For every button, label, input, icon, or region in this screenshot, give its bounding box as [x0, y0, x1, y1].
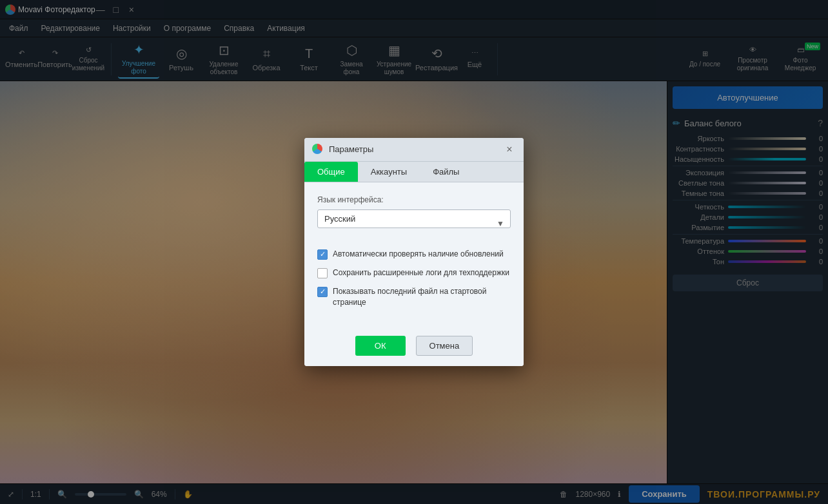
- checkbox-last-file-label: Показывать последний файл на стартовой с…: [333, 286, 511, 308]
- settings-dialog: Параметры × Общие Аккаунты Файлы Язык ин…: [304, 138, 524, 367]
- dialog-tabs: Общие Аккаунты Файлы: [304, 162, 524, 182]
- dialog-titlebar: Параметры ×: [304, 138, 524, 162]
- checkbox-updates[interactable]: [317, 249, 328, 260]
- checkbox-last-file-row: Показывать последний файл на стартовой с…: [317, 286, 511, 308]
- tab-general[interactable]: Общие: [304, 162, 358, 182]
- dialog-actions: ОК Отмена: [304, 328, 524, 366]
- checkbox-updates-label: Автоматически проверять наличие обновлен…: [333, 249, 504, 260]
- checkbox-updates-row: Автоматически проверять наличие обновлен…: [317, 249, 511, 260]
- tab-accounts[interactable]: Аккаунты: [358, 162, 420, 182]
- checkbox-last-file[interactable]: [317, 287, 328, 297]
- dialog-ok-button[interactable]: ОК: [355, 336, 406, 356]
- dialog-cancel-button[interactable]: Отмена: [416, 336, 473, 356]
- tab-files[interactable]: Файлы: [420, 162, 472, 182]
- dialog-logo: [312, 144, 324, 155]
- checkbox-logs-label: Сохранить расширенные логи для техподдер…: [333, 267, 509, 278]
- dialog-content: Язык интерфейса: Русский ▼ Автоматически…: [304, 182, 524, 329]
- language-select[interactable]: Русский: [317, 209, 511, 228]
- language-select-wrap: Русский ▼: [317, 209, 511, 238]
- checkbox-logs[interactable]: [317, 268, 328, 278]
- dialog-title-text: Параметры: [329, 144, 503, 154]
- dialog-close-button[interactable]: ×: [503, 143, 516, 156]
- dialog-overlay: Параметры × Общие Аккаунты Файлы Язык ин…: [0, 0, 828, 504]
- checkbox-logs-row: Сохранить расширенные логи для техподдер…: [317, 267, 511, 278]
- language-label: Язык интерфейса:: [317, 195, 511, 204]
